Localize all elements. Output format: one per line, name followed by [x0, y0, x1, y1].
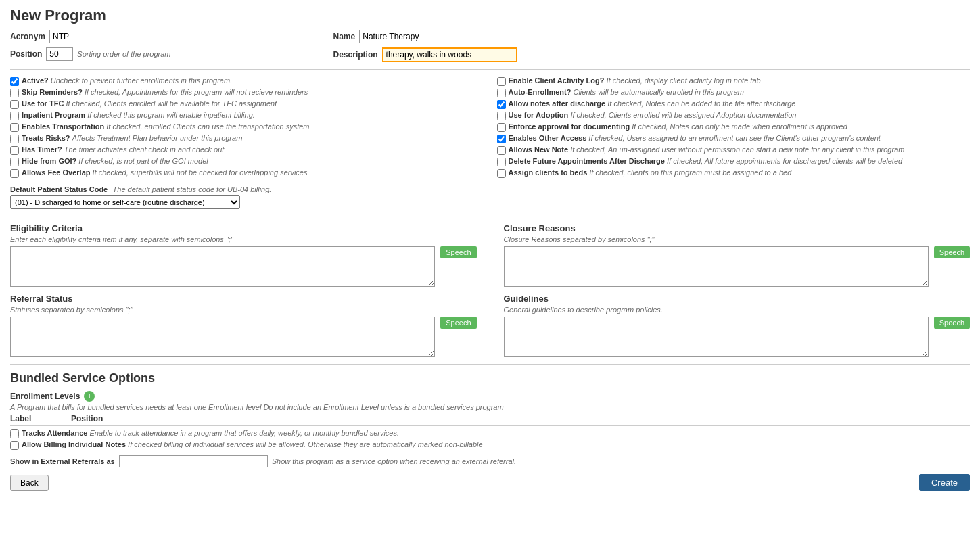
- checkbox-has_timer[interactable]: [10, 146, 19, 155]
- position-label: Position: [10, 49, 42, 59]
- checkbox-row-has_timer: Has Timer? The timer activates client ch…: [10, 145, 484, 155]
- checkboxes-left: Active? Uncheck to prevent further enrol…: [10, 76, 484, 178]
- checkbox-desc-hide_from_goi: If checked, is not part of the GOI model: [78, 157, 208, 165]
- acronym-input[interactable]: [49, 30, 103, 43]
- checkbox-label-treats_risks: Treats Risks?: [22, 134, 70, 142]
- checkbox-hide_from_goi[interactable]: [10, 158, 19, 166]
- checkbox-desc-inpatient: If checked this program will enable inpa…: [87, 111, 255, 119]
- back-button[interactable]: Back: [10, 475, 49, 491]
- checkbox-enforce_approval[interactable]: [497, 123, 506, 132]
- default-status-select[interactable]: (01) - Discharged to home or self-care (…: [10, 195, 240, 209]
- referral-title: Referral Status: [10, 294, 477, 304]
- default-status-desc: The default patient status code for UB-0…: [113, 185, 272, 193]
- bundled-title: Bundled Service Options: [10, 371, 970, 386]
- create-button[interactable]: Create: [919, 474, 970, 491]
- table-col-label: Label: [10, 414, 64, 423]
- table-col-position: Position: [71, 414, 125, 423]
- position-input[interactable]: [46, 47, 73, 61]
- referral-hint: Statuses separated by semicolons ";": [10, 306, 477, 314]
- closure-hint: Closure Reasons separated by semicolons …: [504, 235, 971, 243]
- guidelines-textarea[interactable]: [504, 317, 929, 357]
- description-label: Description: [333, 50, 378, 60]
- checkbox-delete_future_appts[interactable]: [497, 158, 506, 166]
- checkbox-enables_transport[interactable]: [10, 123, 19, 132]
- closure-title: Closure Reasons: [504, 223, 971, 233]
- allow-billing-row: Allow Billing Individual Notes If checke…: [10, 440, 970, 450]
- name-input[interactable]: [359, 30, 494, 43]
- page-title: New Program: [10, 7, 970, 24]
- external-referral-input[interactable]: [119, 455, 268, 467]
- checkbox-enable_activity_log[interactable]: [497, 77, 506, 86]
- allow-billing-desc: If checked billing of individual service…: [128, 440, 483, 448]
- external-referral-label: Show in External Referrals as: [10, 457, 115, 465]
- checkbox-desc-delete_future_appts: If checked, All future appointments for …: [667, 157, 902, 165]
- checkbox-desc-enables_transport: If checked, enrolled Clients can use the…: [106, 122, 309, 131]
- checkbox-row-skip_reminders: Skip Reminders? If checked, Appointments…: [10, 88, 484, 97]
- checkbox-label-active: Active?: [22, 76, 49, 85]
- allow-billing-label: Allow Billing Individual Notes: [22, 440, 126, 448]
- checkbox-use_for_adoption[interactable]: [497, 112, 506, 120]
- checkbox-allows_new_note[interactable]: [497, 146, 506, 155]
- checkbox-label-auto_enrollment: Auto-Enrollment?: [509, 88, 571, 96]
- checkbox-row-allows_new_note: Allows New Note If checked, An un-assign…: [497, 145, 971, 155]
- referral-speech-btn[interactable]: Speech: [440, 317, 476, 329]
- checkbox-row-enforce_approval: Enforce approval for documenting If chec…: [497, 122, 971, 132]
- checkbox-row-treats_risks: Treats Risks? Affects Treatment Plan beh…: [10, 134, 484, 143]
- referral-textarea[interactable]: [10, 317, 435, 357]
- checkbox-inpatient[interactable]: [10, 112, 19, 120]
- name-label: Name: [333, 32, 356, 41]
- checkbox-desc-assign_beds: If checked, clients on this program must…: [589, 168, 791, 177]
- position-hint: Sorting order of the program: [77, 50, 170, 58]
- closure-speech-btn[interactable]: Speech: [934, 246, 970, 258]
- closure-textarea[interactable]: [504, 246, 929, 287]
- checkbox-row-delete_future_appts: Delete Future Appointments After Dischar…: [497, 157, 971, 166]
- default-status-label: Default Patient Status Code: [10, 185, 108, 193]
- checkbox-auto_enrollment[interactable]: [497, 89, 506, 97]
- checkbox-desc-skip_reminders: If checked, Appointments for this progra…: [85, 88, 308, 96]
- eligibility-speech-btn[interactable]: Speech: [440, 246, 476, 258]
- checkbox-enables_other_access[interactable]: [497, 135, 506, 143]
- checkbox-desc-use_for_adoption: If checked, Clients enrolled will be ass…: [570, 111, 796, 119]
- checkbox-row-active: Active? Uncheck to prevent further enrol…: [10, 76, 484, 86]
- eligibility-textarea[interactable]: [10, 246, 435, 287]
- checkbox-allows_fee_overlap[interactable]: [10, 169, 19, 178]
- checkbox-use_for_tfc[interactable]: [10, 100, 19, 109]
- checkbox-label-assign_beds: Assign clients to beds: [509, 168, 588, 177]
- checkbox-row-allows_fee_overlap: Allows Fee Overlap If checked, superbill…: [10, 168, 484, 178]
- add-enrollment-icon[interactable]: +: [84, 391, 95, 402]
- eligibility-title: Eligibility Criteria: [10, 223, 477, 233]
- checkbox-label-enables_transport: Enables Transportation: [22, 122, 104, 131]
- allow-billing-checkbox[interactable]: [10, 441, 19, 450]
- checkbox-assign_beds[interactable]: [497, 169, 506, 178]
- checkboxes-right: Enable Client Activity Log? If checked, …: [497, 76, 971, 178]
- checkbox-skip_reminders[interactable]: [10, 89, 19, 97]
- checkbox-desc-enforce_approval: If checked, Notes can only be made when …: [632, 122, 847, 131]
- checkbox-row-allow_notes_after: Allow notes after discharge If checked, …: [497, 99, 971, 109]
- checkbox-label-skip_reminders: Skip Reminders?: [22, 88, 83, 96]
- description-input[interactable]: [382, 47, 517, 62]
- checkbox-desc-use_for_tfc: If checked, Clients enrolled will be ava…: [66, 99, 277, 108]
- checkbox-label-hide_from_goi: Hide from GOI?: [22, 157, 76, 165]
- checkbox-desc-treats_risks: Affects Treatment Plan behavior under th…: [72, 134, 243, 142]
- checkbox-row-enables_transport: Enables Transportation If checked, enrol…: [10, 122, 484, 132]
- checkbox-active[interactable]: [10, 77, 19, 86]
- acronym-label: Acronym: [10, 32, 45, 41]
- checkbox-label-allows_new_note: Allows New Note: [509, 145, 569, 154]
- checkbox-treats_risks[interactable]: [10, 135, 19, 143]
- tracks-attendance-row: Tracks Attendance Enable to track attend…: [10, 429, 970, 438]
- tracks-attendance-desc: Enable to track attendance in a program …: [89, 429, 399, 437]
- checkbox-label-allows_fee_overlap: Allows Fee Overlap: [22, 168, 90, 177]
- tracks-attendance-checkbox[interactable]: [10, 429, 19, 438]
- checkbox-row-hide_from_goi: Hide from GOI? If checked, is not part o…: [10, 157, 484, 166]
- checkbox-row-use_for_adoption: Use for Adoption If checked, Clients enr…: [497, 111, 971, 120]
- checkbox-label-use_for_tfc: Use for TFC: [22, 99, 64, 108]
- guidelines-speech-btn[interactable]: Speech: [934, 317, 970, 329]
- checkbox-desc-allow_notes_after: If checked, Notes can be added to the fi…: [607, 99, 795, 108]
- checkbox-allow_notes_after[interactable]: [497, 100, 506, 109]
- checkbox-label-inpatient: Inpatient Program: [22, 111, 85, 119]
- checkbox-row-enables_other_access: Enables Other Access If checked, Users a…: [497, 134, 971, 143]
- checkbox-label-has_timer: Has Timer?: [22, 145, 62, 154]
- checkbox-row-assign_beds: Assign clients to beds If checked, clien…: [497, 168, 971, 178]
- enrollment-levels-label: Enrollment Levels: [10, 392, 80, 401]
- checkbox-row-auto_enrollment: Auto-Enrollment? Clients will be automat…: [497, 88, 971, 97]
